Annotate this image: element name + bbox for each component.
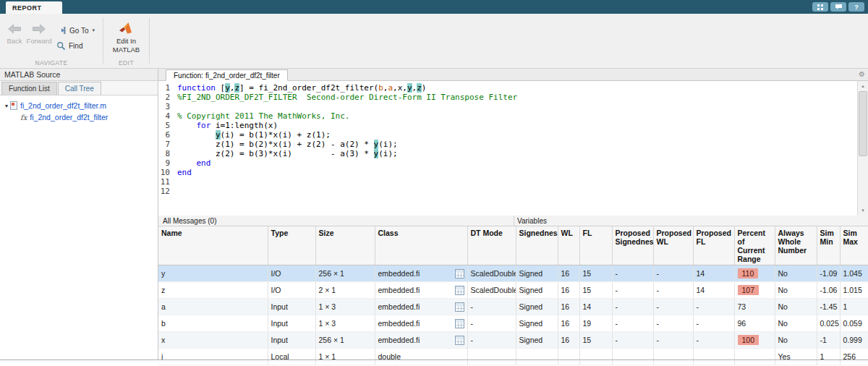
cell: - [612, 265, 653, 282]
variable-name-cell: b [158, 315, 268, 332]
line-number: 1 [160, 83, 177, 93]
column-header[interactable]: Size [315, 226, 375, 265]
goto-button[interactable]: Go To ▾ [56, 26, 95, 35]
cell: 2 × 1 [315, 282, 375, 299]
cell: 15 [579, 332, 612, 349]
code-line: 11 [160, 177, 517, 187]
column-header[interactable]: WL [558, 226, 579, 265]
cell: 1.015 [840, 282, 868, 299]
line-content: %FI_2ND_ORDER_DF2T_FILTER Second-order D… [177, 93, 517, 102]
scrollbar-thumb[interactable] [859, 91, 867, 156]
code-line: 4% Copyright 2011 The MathWorks, Inc. [160, 111, 517, 121]
column-header[interactable]: Sim Min [817, 226, 840, 265]
cell: Local [268, 349, 315, 365]
goto-icon [56, 26, 67, 35]
cell: I/O [268, 282, 315, 299]
scroll-up-icon[interactable]: ▲ [858, 81, 868, 91]
tree-expander-icon[interactable]: ▾ [3, 103, 10, 109]
variable-row[interactable]: zI/O2 × 1embedded.fiScaledDoubleSigned16… [158, 282, 868, 299]
column-header[interactable]: Signednes [516, 226, 558, 265]
cell: 256 × 1 [315, 332, 375, 349]
column-header[interactable]: Proposed FL [693, 226, 734, 265]
report-tab[interactable]: REPORT [6, 1, 62, 14]
code-tabstrip: Function: fi_2nd_order_df2t_filter ⚙ [158, 69, 868, 81]
edit-in-label: Edit In [116, 37, 136, 45]
matlab-report-window: REPORT ? Back Forward Go To ▾ [0, 0, 868, 366]
variables-table: NameTypeSizeClassDT ModeSignednesWLFLPro… [158, 226, 868, 365]
code-settings-icon[interactable]: ⚙ [859, 70, 865, 78]
variable-row[interactable]: bInput1 × 3embedded.fi-Signed1619---96No… [158, 315, 868, 332]
function-icon: fx [20, 114, 27, 122]
column-header[interactable]: Type [268, 226, 315, 265]
cell: Signed [516, 315, 558, 332]
code-line: 6 y(i) = b(1)*x(i) + z(1); [160, 130, 517, 140]
column-header[interactable]: Always Whole Number [775, 226, 817, 265]
code-line: 3 [160, 102, 517, 111]
code-line: 12 [160, 187, 517, 196]
column-header[interactable]: Name [158, 226, 268, 265]
cell: No [775, 265, 817, 282]
cell: - [653, 265, 693, 282]
code-scrollbar[interactable]: ▲ ▼ [857, 81, 868, 216]
feedback-icon[interactable] [830, 2, 846, 12]
cell [516, 349, 558, 365]
line-number: 8 [160, 149, 177, 158]
line-number: 12 [160, 187, 177, 196]
code-lines: 1function [y,z] = fi_2nd_order_df2t_filt… [160, 83, 517, 196]
cell: Signed [516, 282, 558, 299]
column-header[interactable]: FL [579, 226, 612, 265]
cell: I/O [268, 265, 315, 282]
cell: - [612, 299, 653, 315]
back-button[interactable]: Back [2, 23, 27, 45]
variable-row[interactable]: yI/O256 × 1embedded.fiScaledDoubleSigned… [158, 265, 868, 282]
cell: 15 [579, 265, 612, 282]
cell: - [693, 315, 734, 332]
column-header[interactable]: DT Mode [467, 226, 516, 265]
variable-row[interactable]: aInput1 × 3embedded.fi-Signed1614---73No… [158, 299, 868, 315]
column-header[interactable]: Proposed WL [653, 226, 693, 265]
cell: Yes [775, 349, 817, 365]
find-button[interactable]: Find [56, 41, 95, 51]
tab-function-list[interactable]: Function List [1, 82, 57, 95]
source-pane: MATLAB Source Function List Call Tree ▾f… [0, 69, 158, 359]
messages-tab[interactable]: All Messages (0) [158, 216, 514, 226]
variable-row[interactable]: iLocal1 × 1doubleYes1256 [158, 349, 868, 365]
line-content: y(i) = b(1)*x(i) + z(1); [177, 130, 331, 140]
cell: -1.06 [817, 282, 840, 299]
cell: 14 [579, 299, 612, 315]
fi-type-icon [455, 302, 464, 312]
tree-item[interactable]: ▾fi_2nd_order_df2t_filter.m [0, 100, 158, 111]
column-header[interactable]: Percent of Current Range [734, 226, 775, 265]
toolbar: Back Forward Go To ▾ Find Edit In [0, 14, 868, 69]
column-header[interactable]: Proposed Signednes [612, 226, 653, 265]
column-header[interactable]: Class [375, 226, 467, 265]
range-alert-badge: 100 [738, 335, 760, 345]
apps-grid-icon[interactable] [812, 2, 828, 12]
help-icon[interactable]: ? [848, 2, 864, 12]
scroll-down-icon[interactable]: ▼ [858, 205, 868, 216]
percent-cell: 107 [734, 282, 775, 299]
cell: -1 [817, 332, 840, 349]
cell [579, 349, 612, 365]
edit-in-matlab-button[interactable]: Edit In MATLAB [104, 22, 148, 54]
tab-call-tree[interactable]: Call Tree [58, 82, 101, 95]
code-line: 7 z(1) = b(2)*x(i) + z(2) - a(2) * y(i); [160, 140, 517, 149]
cell: Signed [516, 299, 558, 315]
toolbar-separator [149, 17, 150, 64]
cell: -1.09 [817, 265, 840, 282]
column-header[interactable]: Sim Max [840, 226, 868, 265]
variables-tab[interactable]: Variables [514, 216, 868, 226]
variable-row[interactable]: xInput256 × 1embedded.fi-Signed1615---10… [158, 332, 868, 349]
code-line: 5 for i=1:length(x) [160, 121, 517, 130]
class-cell: embedded.fi [375, 299, 467, 315]
cell: ScaledDouble [467, 282, 516, 299]
variables-header-row: NameTypeSizeClassDT ModeSignednesWLFLPro… [158, 226, 868, 265]
cell: 16 [558, 265, 579, 282]
code-function-tab[interactable]: Function: fi_2nd_order_df2t_filter [166, 69, 288, 81]
code-editor[interactable]: 1function [y,z] = fi_2nd_order_df2t_filt… [158, 81, 868, 216]
tree-item[interactable]: fxfi_2nd_order_df2t_filter [0, 111, 158, 123]
cell: Signed [516, 332, 558, 349]
code-line: 10end [160, 168, 517, 177]
forward-button[interactable]: Forward [27, 23, 51, 45]
cell: Signed [516, 265, 558, 282]
